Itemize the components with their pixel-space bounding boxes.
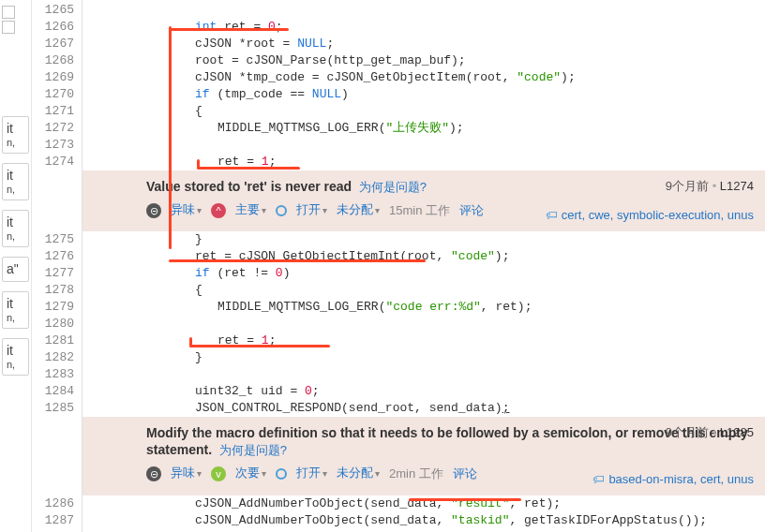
issue-type[interactable]: 异味: [171, 465, 202, 482]
line-number: 1277: [32, 265, 74, 282]
line-number: 1266: [32, 19, 74, 36]
code-line: uint32_t uid = 0;: [82, 383, 765, 400]
scroll-up-btn[interactable]: [2, 6, 15, 19]
issue-card-2[interactable]: Modify the macro definition so that it n…: [82, 417, 765, 495]
code-line: int ret = 0;: [82, 19, 765, 36]
code-line: [82, 316, 765, 332]
code-line: root = cJSON_Parse(http_get_map_buf);: [82, 52, 765, 69]
code-line: {: [82, 282, 765, 299]
line-number: 1274: [32, 154, 74, 170]
mini-panel: itn, itn, itn, a" itn, itn,: [0, 0, 32, 532]
code-line: }: [82, 231, 765, 248]
code-line: [82, 2, 765, 19]
tag-icon: 🏷: [592, 471, 605, 488]
issue-comments[interactable]: 评论: [453, 466, 477, 482]
code-line: }: [82, 349, 765, 366]
status-open-icon: [276, 205, 287, 216]
code-column: int ret = 0; cJSON *root = NULL; root = …: [82, 0, 765, 532]
code-line: MIDDLE_MQTTMSG_LOG_ERR("code err:%d", re…: [82, 299, 765, 316]
line-number: 1282: [32, 349, 74, 366]
code-line: [82, 137, 765, 154]
issue-effort: 15min 工作: [389, 202, 450, 219]
line-number: 1283: [32, 366, 74, 383]
mini-result-3[interactable]: itn,: [2, 210, 29, 247]
issue-assignment[interactable]: 未分配: [337, 465, 380, 482]
issue-effort: 2min 工作: [389, 466, 443, 482]
mini-result-1[interactable]: itn,: [2, 116, 29, 154]
code-line: MIDDLE_MQTTMSG_LOG_ERR("上传失败");: [82, 120, 765, 137]
mini-result-5[interactable]: itn,: [2, 291, 29, 329]
issue-title: Value stored to 'ret' is never read 为何是问…: [146, 178, 752, 196]
code-line: [82, 366, 765, 383]
code-line: ret = 1;: [82, 154, 765, 170]
severity-minor-icon: v: [211, 466, 226, 481]
severity-major-icon: ^: [211, 203, 226, 218]
line-number: 1281: [32, 332, 74, 349]
mini-result-6[interactable]: itn,: [2, 338, 29, 376]
status-open-icon: [276, 468, 287, 480]
line-number: 1269: [32, 69, 74, 86]
line-number: 1271: [32, 103, 74, 120]
mini-result-4[interactable]: a": [2, 257, 29, 282]
line-number: 1284: [32, 383, 74, 400]
why-link[interactable]: 为何是问题?: [219, 443, 287, 457]
code-line: cJSON *tmp_code = cJSON_GetObjectItem(ro…: [82, 69, 765, 86]
why-link[interactable]: 为何是问题?: [359, 180, 427, 194]
line-number: 1286: [32, 495, 74, 512]
issue-card-1[interactable]: Value stored to 'ret' is never read 为何是问…: [82, 170, 765, 231]
issue-status[interactable]: 打开: [296, 201, 327, 219]
line-number-gutter: 1265 1266 1267 1268 1269 1270 1271 1272 …: [32, 0, 82, 532]
issue-right: 9个月前 • L1285: [666, 424, 754, 441]
issue-status[interactable]: 打开: [296, 465, 327, 482]
line-number: 1267: [32, 36, 74, 52]
code-line: ret = 1;: [82, 332, 765, 349]
line-number: 1280: [32, 316, 74, 332]
line-number: 1265: [32, 2, 74, 19]
issue-title: Modify the macro definition so that it n…: [146, 424, 752, 459]
line-number: 1276: [32, 248, 74, 265]
line-number: 1273: [32, 137, 74, 154]
issue-type[interactable]: 异味: [171, 201, 202, 219]
line-number: 1278: [32, 282, 74, 299]
mini-buttons: [2, 6, 29, 34]
mini-result-2[interactable]: itn,: [2, 163, 29, 200]
code-line: ret = cJSON_GetObjectItemInt(root, "code…: [82, 248, 765, 265]
issue-comments[interactable]: 评论: [459, 202, 484, 219]
scroll-down-btn[interactable]: [2, 21, 15, 34]
issue-severity[interactable]: 主要: [235, 201, 266, 219]
code-smell-icon: ⊝: [146, 466, 161, 481]
code-line: if (ret != 0): [82, 265, 765, 282]
line-number: 1270: [32, 86, 74, 103]
tag-icon: 🏷: [546, 207, 558, 224]
code-line: cJSON *root = NULL;: [82, 36, 765, 52]
issue-severity[interactable]: 次要: [235, 465, 266, 482]
code-viewer: 1265 1266 1267 1268 1269 1270 1271 1272 …: [32, 0, 765, 532]
line-number: 1275: [32, 231, 74, 248]
code-line: if (tmp_code == NULL): [82, 86, 765, 103]
line-number: 1279: [32, 299, 74, 316]
code-line: cJSON_AddNumberToObject(send_data, "task…: [82, 512, 765, 529]
code-line: cJSON_AddNumberToObject(send_data, "resu…: [82, 495, 765, 512]
line-number: 1272: [32, 120, 74, 137]
code-smell-icon: ⊝: [146, 203, 161, 218]
line-number: 1285: [32, 400, 74, 417]
code-line: {: [82, 103, 765, 120]
issue-assignment[interactable]: 未分配: [337, 201, 380, 219]
code-line: JSON_CONTROL_RESPOND(send_root, send_dat…: [82, 400, 765, 417]
issue-tags[interactable]: 🏷based-on-misra, cert, unus: [592, 471, 754, 488]
line-number: 1287: [32, 512, 74, 529]
line-number: 1268: [32, 52, 74, 69]
issue-tags[interactable]: 🏷cert, cwe, symbolic-execution, unus: [546, 207, 754, 224]
issue-right: 9个月前 • L1274: [666, 178, 754, 195]
